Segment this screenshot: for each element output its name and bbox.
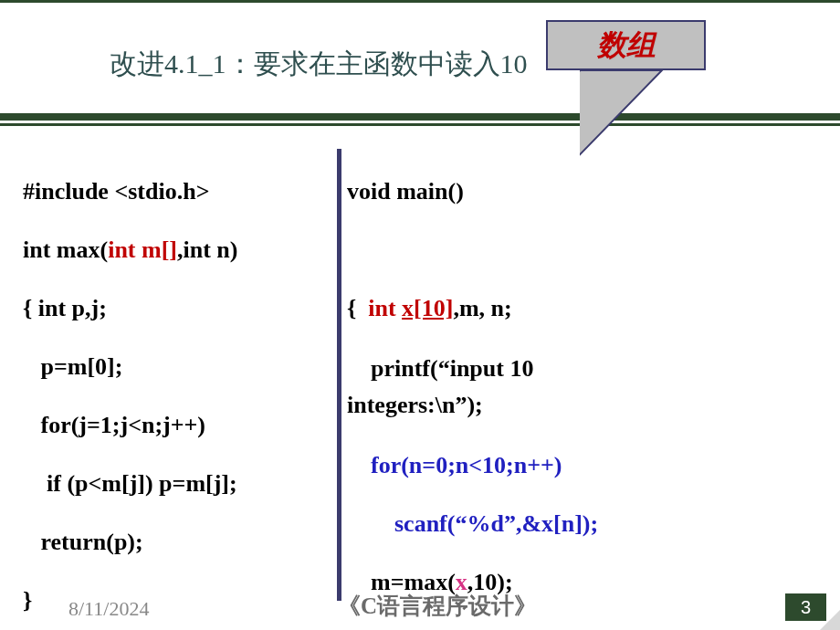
slide-title: 改进4.1_1：要求在主函数中读入10 [110,46,822,83]
callout-box: 数组 [546,20,706,70]
code-left-column: #include <stdio.h> int max(int m[],int n… [23,163,333,630]
code-line: p=m[0]; [23,338,333,396]
code-line: { int p,j; [23,279,333,338]
divider [0,113,840,126]
code-line: if (p<m[j]) p=m[j]; [23,455,333,513]
callout: 数组 [546,20,706,70]
svg-marker-0 [580,70,662,248]
footer-date: 8/11/2024 [68,597,149,621]
callout-label: 数组 [597,26,656,66]
code-line: scanf(“%d”,&x[n]); [347,495,813,553]
content-area: #include <stdio.h> int max(int m[],int n… [23,163,817,575]
top-border [0,0,840,3]
code-line: int max(int m[],int n) [23,221,333,279]
code-text: { [347,295,368,321]
code-line: printf(“input 10 [347,351,813,387]
vertical-separator [337,149,341,601]
title-text: 改进4.1_1：要求在主函数中读入10 [110,48,528,79]
slide: 改进4.1_1：要求在主函数中读入10 数组 #include <stdio.h… [0,0,840,630]
code-line: return(p); [23,513,333,572]
code-line: for(j=1;j<n;j++) [23,396,333,455]
code-text-highlight: int m[] [108,236,177,263]
divider-thin [0,123,840,126]
page-number-value: 3 [801,597,811,618]
code-text: ,int n) [177,236,237,263]
divider-thick [0,113,840,121]
code-line: #include <stdio.h> [23,163,333,221]
code-line: integers:\n”); [347,387,813,424]
footer-book-title: 《C语言程序设计》 [338,591,537,621]
code-text-underline: x[10] [402,295,453,321]
code-line: for(n=0;n<10;n++) [347,436,813,495]
callout-tail-icon [580,70,689,262]
code-text: int max( [23,236,108,263]
page-curl-icon [820,610,840,630]
code-text: ,m, n; [453,295,511,321]
code-text-highlight: int [368,295,402,321]
